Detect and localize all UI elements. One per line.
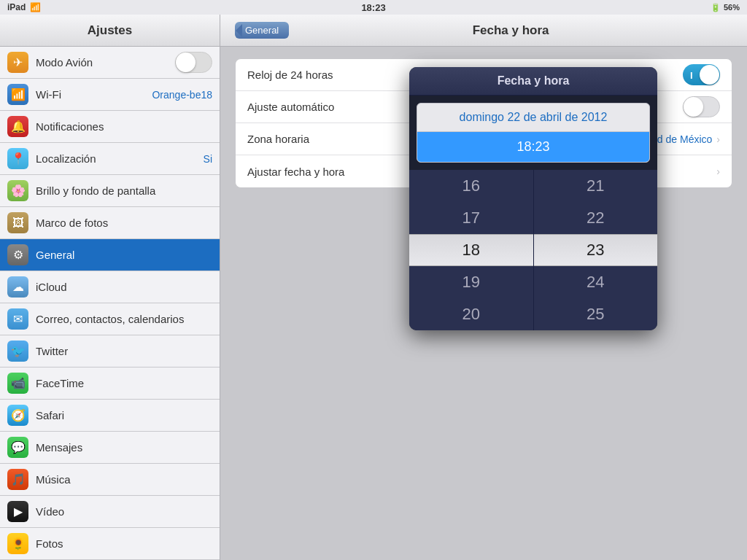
sidebar-item-icloud[interactable]: ☁ iCloud [0,271,220,303]
icloud-label: iCloud [36,281,212,293]
main-container: Ajustes ✈ Modo Avión 📶 Wi-Fi Orange-be18… [0,15,747,560]
picker-min-21[interactable]: 21 [534,170,658,202]
icloud-icon: ☁ [7,276,28,298]
video-label: Vídeo [36,505,212,518]
picker-hour-18[interactable]: 18 [409,234,533,266]
popup-overlay: Fecha y hora domingo 22 de abril de 2012… [220,15,747,560]
sidebar-item-mensajes[interactable]: 💬 Mensajes [0,432,220,464]
sidebar-item-general[interactable]: ⚙ General [0,239,220,271]
picker-hour-17[interactable]: 17 [409,202,533,234]
mensajes-label: Mensajes [36,441,212,454]
picker-hour-19[interactable]: 19 [409,266,533,298]
battery-icon: 🔋 [711,3,721,12]
wifi-icon: 📶 [7,84,28,105]
picker-col-hours: 16 17 18 19 20 [409,170,534,330]
sidebar-item-brillo[interactable]: 🌸 Brillo y fondo de pantalla [0,175,220,207]
sidebar: Ajustes ✈ Modo Avión 📶 Wi-Fi Orange-be18… [0,15,220,560]
sidebar-item-fotos[interactable]: 🌻 Fotos [0,528,220,560]
sidebar-item-twitter[interactable]: 🐦 Twitter [0,335,220,368]
modo-avion-icon: ✈ [7,52,28,73]
popup-time-value: 18:23 [516,139,549,154]
sidebar-item-marco[interactable]: 🖼 Marco de fotos [0,207,220,239]
general-icon: ⚙ [7,244,28,265]
popup-header: Fecha y hora [409,67,657,96]
modo-avion-label: Modo Avión [36,56,168,69]
popup-date-value: domingo 22 de abril de 2012 [460,111,608,123]
sidebar-item-correo[interactable]: ✉ Correo, contactos, calendarios [0,303,220,335]
localizacion-label: Localización [36,152,196,165]
fotos-label: Fotos [36,537,212,550]
notificaciones-icon: 🔔 [7,116,28,137]
sidebar-title: Ajustes [88,23,132,38]
status-time: 18:23 [361,2,385,13]
mensajes-icon: 💬 [7,437,28,458]
popup-title: Fecha y hora [498,74,570,87]
sidebar-item-wifi[interactable]: 📶 Wi-Fi Orange-be18 [0,79,220,111]
localizacion-icon: 📍 [7,148,28,169]
sidebar-item-musica[interactable]: 🎵 Música [0,464,220,496]
sidebar-item-notificaciones[interactable]: 🔔 Notificaciones [0,111,220,143]
picker-min-23[interactable]: 23 [534,234,658,266]
correo-icon: ✉ [7,308,28,330]
picker-col-minutes: 21 22 23 24 25 [534,170,658,330]
localizacion-value: Si [204,153,212,165]
fotos-icon: 🌻 [7,533,28,554]
picker-min-24[interactable]: 24 [534,266,658,298]
sidebar-item-video[interactable]: ▶ Vídeo [0,496,220,528]
battery-level: 56% [724,3,740,12]
date-time-popup: Fecha y hora domingo 22 de abril de 2012… [409,67,657,330]
picker-hour-20[interactable]: 20 [409,298,533,330]
wifi-label: Wi-Fi [36,88,144,101]
video-icon: ▶ [7,501,28,522]
picker-min-25[interactable]: 25 [534,298,658,330]
picker-min-22[interactable]: 22 [534,202,658,234]
safari-label: Safari [36,409,212,421]
sidebar-items-container: ✈ Modo Avión 📶 Wi-Fi Orange-be18 🔔 Notif… [0,47,220,560]
sidebar-item-localizacion[interactable]: 📍 Localización Si [0,143,220,175]
facetime-icon: 📹 [7,373,28,394]
correo-label: Correo, contactos, calendarios [36,313,212,325]
marco-icon: 🖼 [7,212,28,233]
picker-hour-16[interactable]: 16 [409,170,533,202]
toggle-modo-avion[interactable] [175,52,212,73]
popup-date-row[interactable]: domingo 22 de abril de 2012 [417,104,649,132]
notificaciones-label: Notificaciones [36,120,212,133]
sidebar-item-facetime[interactable]: 📹 FaceTime [0,368,220,400]
sidebar-item-safari[interactable]: 🧭 Safari [0,400,220,432]
general-label: General [36,249,212,261]
musica-icon: 🎵 [7,469,28,490]
safari-icon: 🧭 [7,405,28,426]
sidebar-item-modo-avion[interactable]: ✈ Modo Avión [0,47,220,79]
wifi-icon: 📶 [30,2,41,12]
popup-date-area: domingo 22 de abril de 2012 18:23 [417,103,650,163]
wifi-value: Orange-be18 [152,89,212,101]
marco-label: Marco de fotos [36,217,212,229]
twitter-label: Twitter [36,345,212,357]
brillo-label: Brillo y fondo de pantalla [36,184,212,197]
picker-area: 16 17 18 19 20 21 22 23 24 25 [409,170,657,330]
right-panel: General Fecha y hora Reloj de 24 horas I… [220,15,747,560]
sidebar-header: Ajustes [0,15,220,47]
popup-time-row[interactable]: 18:23 [417,132,649,162]
status-bar: iPad 📶 18:23 🔋 56% [0,0,747,15]
musica-label: Música [36,473,212,486]
brillo-icon: 🌸 [7,180,28,201]
facetime-label: FaceTime [36,377,212,389]
device-label: iPad [7,2,26,12]
twitter-icon: 🐦 [7,341,28,362]
